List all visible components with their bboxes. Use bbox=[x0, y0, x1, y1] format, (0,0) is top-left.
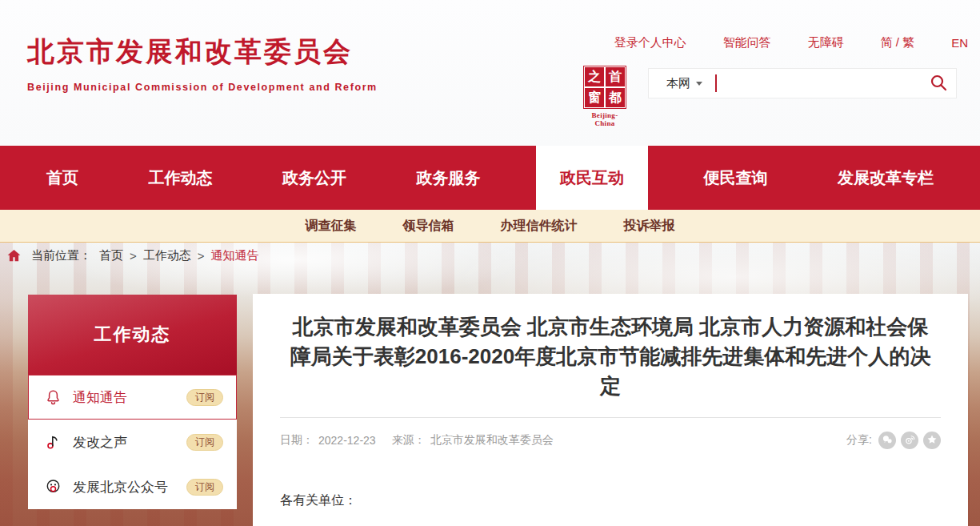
breadcrumb-home[interactable]: 首页 bbox=[99, 248, 123, 263]
article-meta: 日期： 2022-12-23 来源： 北京市发展和改革委员会 分享: bbox=[280, 432, 941, 449]
sidebar-item-label: 发展北京公众号 bbox=[73, 478, 186, 496]
capital-window-logo[interactable]: 之 首 窗 都 Beijing-China bbox=[582, 66, 627, 127]
search-scope-dropdown[interactable]: 本网 bbox=[649, 76, 714, 91]
breadcrumb: 当前位置： 首页 > 工作动态 > 通知通告 bbox=[0, 243, 980, 268]
star-share-icon bbox=[926, 434, 938, 448]
subscribe-button[interactable]: 订阅 bbox=[186, 479, 223, 496]
search-scope-value: 本网 bbox=[666, 76, 690, 91]
accessibility-link[interactable]: 无障碍 bbox=[808, 35, 844, 50]
sidebar-title-text: 工作动态 bbox=[94, 323, 171, 347]
subscribe-button[interactable]: 订阅 bbox=[186, 434, 223, 451]
bell-icon bbox=[43, 387, 62, 407]
article-source: 北京市发展和改革委员会 bbox=[430, 433, 554, 448]
breadcrumb-separator: > bbox=[130, 249, 137, 263]
nav-reform-special[interactable]: 发展改革专栏 bbox=[823, 146, 948, 210]
seal-char: 都 bbox=[606, 88, 625, 107]
article-card: 北京市发展和改革委员会 北京市生态环境局 北京市人力资源和社会保障局关于表彰20… bbox=[253, 294, 968, 526]
login-link[interactable]: 登录个人中心 bbox=[614, 35, 686, 50]
sidebar: 工作动态 通知通告 订阅 发改之声 订阅 发展北京公众号 订阅 bbox=[28, 295, 237, 509]
article-body-line: 各有关单位： bbox=[280, 492, 941, 509]
subnav-complaints[interactable]: 投诉举报 bbox=[624, 218, 675, 235]
breadcrumb-label: 当前位置： bbox=[31, 248, 91, 263]
sidebar-title: 工作动态 bbox=[28, 295, 237, 375]
breadcrumb-work-news[interactable]: 工作动态 bbox=[143, 248, 191, 263]
sub-nav: 调查征集 领导信箱 办理信件统计 投诉举报 bbox=[0, 210, 980, 243]
article-meta-left: 日期： 2022-12-23 来源： 北京市发展和改革委员会 bbox=[280, 433, 554, 448]
seal-char: 之 bbox=[585, 67, 604, 86]
search-icon bbox=[929, 73, 948, 94]
sidebar-item-wechat-account[interactable]: 发展北京公众号 订阅 bbox=[28, 464, 237, 509]
nav-convenience-query[interactable]: 便民查询 bbox=[690, 146, 782, 210]
seal-char: 首 bbox=[606, 67, 625, 86]
wechat-share-icon bbox=[882, 434, 893, 448]
share-label: 分享: bbox=[846, 433, 872, 448]
weibo-share-icon bbox=[904, 434, 915, 448]
nav-public-interaction[interactable]: 政民互动 bbox=[536, 146, 648, 210]
subnav-leader-mailbox[interactable]: 领导信箱 bbox=[403, 218, 454, 235]
nav-gov-disclosure[interactable]: 政务公开 bbox=[268, 146, 361, 210]
main-nav: 首页 工作动态 政务公开 政务服务 政民互动 便民查询 发展改革专栏 bbox=[0, 146, 980, 210]
music-note-icon bbox=[43, 432, 62, 452]
sidebar-item-notices[interactable]: 通知通告 订阅 bbox=[28, 375, 237, 420]
breadcrumb-notices[interactable]: 通知通告 bbox=[211, 248, 259, 263]
share-weibo-button[interactable] bbox=[901, 432, 918, 449]
nav-work-news[interactable]: 工作动态 bbox=[134, 146, 227, 210]
seal-caption: Beijing-China bbox=[582, 111, 627, 127]
sidebar-item-label: 通知通告 bbox=[73, 388, 186, 407]
search-button[interactable] bbox=[921, 69, 956, 98]
date-label: 日期： bbox=[280, 433, 314, 448]
wechat-account-icon bbox=[43, 477, 62, 496]
subnav-letter-stats[interactable]: 办理信件统计 bbox=[501, 218, 578, 235]
article-title: 北京市发展和改革委员会 北京市生态环境局 北京市人力资源和社会保障局关于表彰20… bbox=[280, 312, 941, 401]
english-link[interactable]: EN bbox=[951, 36, 968, 50]
nav-home[interactable]: 首页 bbox=[32, 146, 93, 210]
sidebar-item-voice[interactable]: 发改之声 订阅 bbox=[28, 420, 237, 464]
sidebar-list: 通知通告 订阅 发改之声 订阅 发展北京公众号 订阅 bbox=[28, 375, 237, 509]
source-label: 来源： bbox=[392, 433, 426, 448]
nav-gov-services[interactable]: 政务服务 bbox=[402, 146, 495, 210]
smart-qa-link[interactable]: 智能问答 bbox=[723, 35, 771, 50]
share-qzone-button[interactable] bbox=[923, 432, 941, 449]
divider bbox=[280, 417, 941, 418]
site-header: 北京市发展和改革委员会 Beijing Municipal Commission… bbox=[0, 0, 980, 146]
site-subtitle: Beijing Municipal Commission of Developm… bbox=[27, 82, 378, 93]
seal-icon: 之 首 窗 都 bbox=[583, 66, 626, 109]
home-icon[interactable] bbox=[6, 248, 22, 263]
utility-links: 登录个人中心 智能问答 无障碍 简 / 繁 EN bbox=[614, 35, 968, 50]
subnav-survey[interactable]: 调查征集 bbox=[306, 218, 357, 235]
share-bar: 分享: bbox=[846, 432, 941, 449]
breadcrumb-separator: > bbox=[198, 249, 205, 263]
subscribe-button[interactable]: 订阅 bbox=[186, 389, 223, 406]
search-input[interactable] bbox=[717, 69, 921, 98]
article-date: 2022-12-23 bbox=[318, 434, 376, 447]
share-wechat-button[interactable] bbox=[878, 432, 896, 449]
site-title: 北京市发展和改革委员会 bbox=[27, 34, 378, 70]
simplified-traditional-link[interactable]: 简 / 繁 bbox=[881, 35, 915, 50]
site-logo[interactable]: 北京市发展和改革委员会 Beijing Municipal Commission… bbox=[27, 34, 378, 93]
search-bar: 本网 bbox=[648, 68, 957, 98]
chevron-down-icon bbox=[696, 82, 702, 86]
seal-char: 窗 bbox=[585, 88, 604, 107]
sidebar-item-label: 发改之声 bbox=[73, 433, 186, 452]
